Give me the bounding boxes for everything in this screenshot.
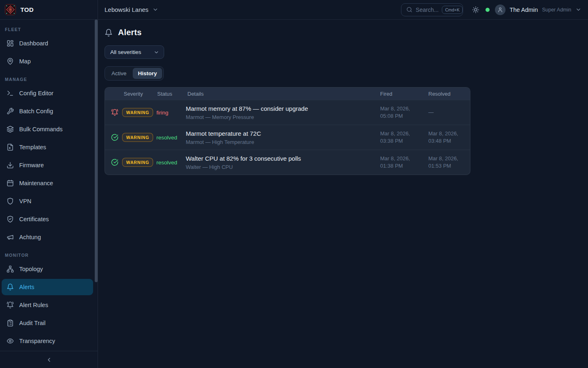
severity-filter-value: All severities [110, 49, 141, 55]
map-pin-icon [7, 58, 14, 65]
tab-history[interactable]: History [133, 68, 163, 79]
tab-active[interactable]: Active [106, 68, 132, 79]
sidebar-item-label: Alerts [19, 284, 34, 290]
file-icon [7, 144, 14, 151]
app-name: TOD [20, 6, 34, 13]
severity-filter-select[interactable]: All severities [105, 45, 164, 59]
sidebar-item-alerts[interactable]: Alerts [2, 279, 93, 295]
sidebar-item-label: Config Editor [19, 90, 53, 96]
shield-icon [7, 197, 14, 205]
bell-ring-icon [111, 109, 118, 116]
page-header: Alerts [105, 28, 581, 37]
sidebar-item-certificates[interactable]: Certificates [2, 211, 93, 227]
sidebar-item-label: VPN [19, 198, 31, 204]
sidebar-item-bulk-commands[interactable]: Bulk Commands [2, 121, 93, 137]
avatar[interactable] [495, 4, 506, 15]
calendar-icon [7, 180, 14, 187]
page-title: Alerts [118, 28, 142, 37]
alert-title: Marmot memory at 87% — consider upgrade [186, 105, 369, 112]
sidebar-item-alert-rules[interactable]: Alert Rules [2, 297, 93, 313]
search-shortcut-badge: Cmd+K [442, 6, 463, 14]
sidebar-item-label: Certificates [19, 216, 49, 222]
column-header-fired: Fired [374, 91, 422, 97]
status-text: resolved [156, 135, 186, 141]
chevron-down-icon [154, 49, 159, 55]
table-row[interactable]: WARNINGfiringMarmot memory at 87% — cons… [105, 100, 470, 125]
bell-icon [7, 283, 14, 291]
wrench-icon [7, 108, 14, 115]
topbar-right: Search... Cmd+K The Admin Super Admin [401, 3, 581, 16]
sidebar-item-label: Templates [19, 144, 46, 150]
sidebar-item-label: Maintenance [19, 180, 53, 186]
table-row[interactable]: WARNINGresolvedMarmot temperature at 72C… [105, 125, 470, 150]
table-body: WARNINGfiringMarmot memory at 87% — cons… [105, 100, 470, 175]
sidebar-item-label: Alert Rules [19, 302, 48, 308]
search-input[interactable]: Search... Cmd+K [401, 3, 463, 16]
bell-icon [105, 29, 113, 37]
clipboard-list-icon [7, 319, 14, 327]
app-root: TOD FLEETDashboardMapMANAGEConfig Editor… [0, 0, 588, 368]
sidebar-item-templates[interactable]: Templates [2, 139, 93, 155]
org-name: Lebowski Lanes [105, 6, 149, 13]
sidebar-item-achtung[interactable]: Achtung [2, 229, 93, 245]
theme-toggle-button[interactable] [471, 5, 480, 14]
sidebar-item-label: Firmware [19, 162, 44, 168]
column-header-resolved: Resolved [422, 91, 470, 97]
scrollbar-thumb[interactable] [95, 20, 98, 282]
column-header-status: Status [156, 91, 186, 97]
severity-badge: WARNING [122, 108, 153, 117]
org-selector[interactable]: Lebowski Lanes [105, 6, 158, 13]
sidebar-item-audit-trail[interactable]: Audit Trail [2, 315, 93, 331]
sidebar-scrollbar[interactable] [95, 20, 98, 282]
sidebar: TOD FLEETDashboardMapMANAGEConfig Editor… [0, 0, 98, 368]
dashboard-icon [7, 40, 14, 47]
sun-icon [472, 6, 479, 13]
sidebar-item-vpn[interactable]: VPN [2, 193, 93, 209]
sidebar-item-transparency[interactable]: Transparency [2, 333, 93, 349]
alerts-table: SeverityStatusDetailsFiredResolved WARNI… [105, 87, 470, 175]
sidebar-header: TOD [0, 0, 98, 20]
sidebar-item-label: Map [19, 58, 31, 65]
sidebar-item-config-editor[interactable]: Config Editor [2, 85, 93, 101]
user-name: The Admin [510, 7, 538, 13]
sidebar-item-firmware[interactable]: Firmware [2, 157, 93, 173]
fired-time: Mar 8, 2026, 03:38 PM [374, 130, 422, 144]
chevron-down-icon [575, 7, 581, 13]
user-menu-button[interactable] [575, 7, 581, 13]
shield-check-icon [7, 215, 14, 223]
search-placeholder: Search... [416, 7, 439, 13]
table-header-row: SeverityStatusDetailsFiredResolved [105, 88, 470, 100]
nav-section-label-monitor: MONITOR [2, 253, 93, 258]
sidebar-nav: FLEETDashboardMapMANAGEConfig EditorBatc… [0, 20, 98, 351]
collapse-sidebar-button[interactable] [46, 357, 52, 363]
severity-badge: WARNING [122, 133, 153, 142]
resolved-time: — [422, 109, 470, 116]
download-icon [7, 162, 14, 169]
chevron-left-icon [46, 357, 52, 363]
resolved-time: Mar 8, 2026, 01:53 PM [422, 155, 470, 169]
sidebar-item-label: Achtung [19, 234, 41, 240]
sidebar-item-label: Transparency [19, 338, 55, 344]
sidebar-item-batch-config[interactable]: Batch Config [2, 103, 93, 119]
sidebar-item-topology[interactable]: Topology [2, 261, 93, 277]
alert-title: Walter CPU at 82% for 3 consecutive poll… [186, 155, 369, 162]
table-row[interactable]: WARNINGresolvedWalter CPU at 82% for 3 c… [105, 150, 470, 175]
user-icon [497, 7, 503, 13]
fired-time: Mar 8, 2026, 01:38 PM [374, 155, 422, 169]
alert-subtitle: Marmot — Memory Pressure [186, 114, 369, 120]
tod-logo-icon [5, 4, 16, 15]
sidebar-item-maintenance[interactable]: Maintenance [2, 175, 93, 191]
status-text: resolved [156, 159, 186, 166]
sidebar-item-label: Batch Config [19, 108, 53, 114]
sidebar-item-map[interactable]: Map [2, 53, 93, 70]
alerts-view-tabs: ActiveHistory [105, 66, 164, 81]
nav-section-label-manage: MANAGE [2, 77, 93, 82]
status-text: firing [156, 110, 186, 116]
severity-badge: WARNING [122, 158, 153, 167]
sidebar-item-label: Dashboard [19, 40, 48, 47]
circle-check-icon [111, 134, 118, 141]
online-status-dot [486, 8, 490, 12]
layers-icon [7, 126, 14, 133]
sidebar-item-dashboard[interactable]: Dashboard [2, 35, 93, 52]
main-area: Lebowski Lanes Search... Cmd+K The Admin… [98, 0, 588, 368]
